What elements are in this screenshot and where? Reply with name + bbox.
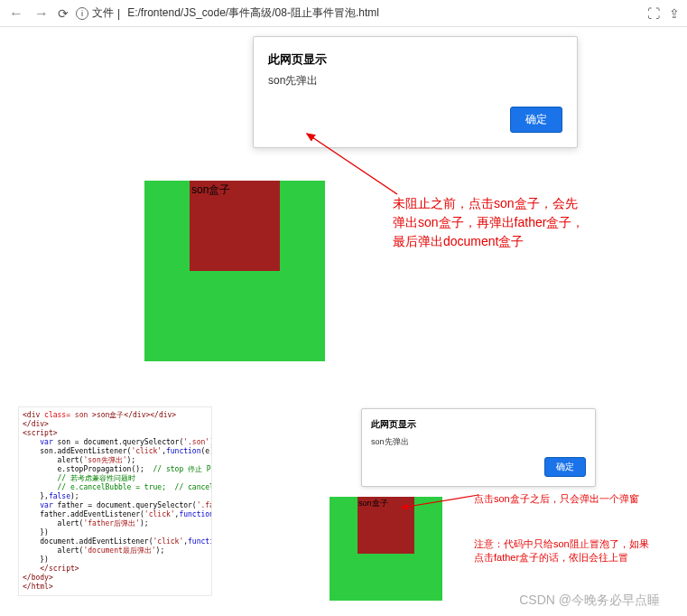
arrow-annotation-1 (298, 126, 406, 208)
father-box[interactable]: son盒子 (144, 181, 325, 361)
ok-button[interactable]: 确定 (510, 107, 562, 133)
annotation-1: 未阻止之前，点击son盒子，会先 弹出son盒子，再弹出father盒子， 最后… (393, 194, 584, 251)
dialog-title: 此网页显示 (371, 418, 586, 431)
toolbar-right: ⛶ ⇪ (647, 6, 680, 21)
annotation-2: 点击son盒子之后，只会弹出一个弹窗 (474, 492, 639, 506)
annotation-3: 注意：代码中只给son阻止冒泡了，如果 点击father盒子的话，依旧会往上冒 (474, 537, 649, 565)
demo-area-1: son盒子 (144, 181, 325, 361)
file-label: 文件 (92, 5, 114, 21)
dialog-message: son先弹出 (371, 436, 586, 448)
dialog-message: son先弹出 (268, 73, 562, 89)
alert-dialog-small: 此网页显示 son先弹出 确定 (361, 408, 596, 487)
translate-icon[interactable]: ⛶ (647, 6, 660, 21)
forward-icon[interactable]: → (32, 5, 51, 22)
svg-line-1 (307, 134, 397, 194)
dialog-title: 此网页显示 (268, 51, 562, 68)
ok-button[interactable]: 确定 (544, 457, 586, 477)
url-prefix: i 文件 | (76, 5, 120, 21)
url-text: E:/frontend/JS_code/事件高级/08-阻止事件冒泡.html (127, 5, 379, 21)
info-icon: i (76, 7, 88, 20)
back-icon[interactable]: ← (7, 5, 25, 22)
svg-line-3 (402, 495, 478, 508)
son-box[interactable]: son盒子 (190, 181, 280, 271)
share-icon[interactable]: ⇪ (669, 6, 680, 21)
code-editor: <div class= son >son盒子</div></div> </div… (18, 406, 212, 596)
watermark: CSDN @今晚务必早点睡 (519, 593, 660, 609)
browser-toolbar: ← → ⟳ i 文件 | E:/frontend/JS_code/事件高级/08… (0, 0, 687, 27)
reload-icon[interactable]: ⟳ (58, 6, 69, 21)
